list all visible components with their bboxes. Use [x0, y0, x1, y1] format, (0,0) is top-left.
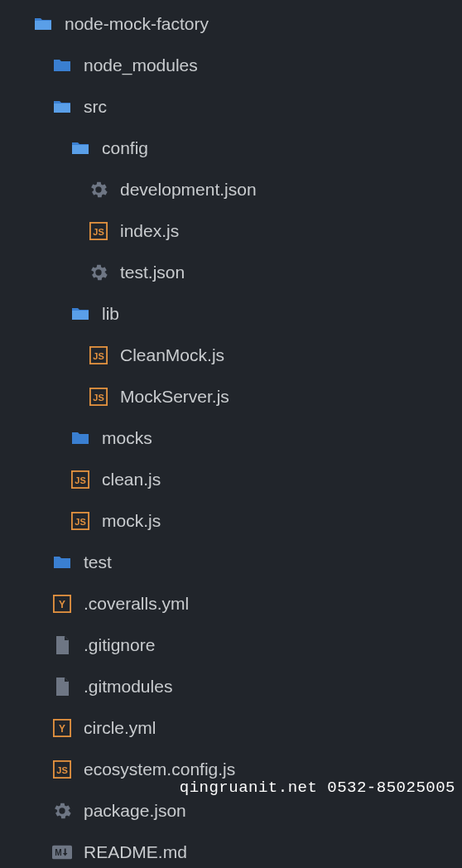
tree-item-label: node-mock-factory [65, 14, 209, 34]
markdown-file-icon: M [52, 842, 72, 862]
tree-item-label: node_modules [84, 55, 198, 75]
tree-item-label: lib [102, 304, 119, 324]
svg-text:JS: JS [93, 393, 103, 403]
tree-item-label: development.json [120, 180, 257, 200]
tree-item[interactable]: JSclean.js [0, 459, 462, 500]
tree-item-label: ecosystem.config.js [84, 760, 235, 779]
folder-closed-icon [70, 428, 90, 448]
svg-text:Y: Y [59, 723, 65, 735]
tree-item[interactable]: node-mock-factory [0, 3, 462, 45]
file-tree: node-mock-factorynode_modulessrcconfigde… [0, 0, 462, 868]
folder-open-icon [70, 138, 90, 158]
tree-item-label: package.json [84, 801, 186, 821]
tree-item-label: test.json [120, 263, 185, 282]
tree-item-label: .coveralls.yml [84, 594, 189, 614]
watermark-text: qingruanit.net 0532-85025005 [180, 779, 455, 797]
tree-item-label: config [102, 138, 148, 158]
svg-text:JS: JS [56, 765, 67, 775]
tree-item[interactable]: node_modules [0, 45, 462, 86]
tree-item-label: mock.js [102, 511, 161, 531]
tree-item-label: .gitmodules [84, 677, 172, 697]
js-file-icon: JS [89, 345, 108, 365]
tree-item-label: index.js [120, 221, 179, 241]
gear-icon [89, 180, 108, 200]
tree-item[interactable]: JSCleanMock.js [0, 335, 462, 376]
js-file-icon: JS [89, 387, 108, 407]
tree-item[interactable]: test.json [0, 252, 462, 293]
tree-item[interactable]: JSindex.js [0, 210, 462, 252]
tree-item[interactable]: lib [0, 293, 462, 335]
tree-item[interactable]: JSMockServer.js [0, 376, 462, 417]
svg-text:M: M [55, 848, 61, 857]
tree-item-label: mocks [102, 428, 152, 448]
folder-closed-icon [52, 55, 72, 75]
js-file-icon: JS [52, 760, 72, 779]
svg-text:JS: JS [93, 227, 103, 237]
tree-item-label: clean.js [102, 470, 161, 489]
tree-item[interactable]: Ycircle.yml [0, 707, 462, 749]
gear-icon [52, 801, 72, 821]
yaml-file-icon: Y [52, 718, 72, 738]
tree-item-label: .gitignore [84, 635, 155, 655]
tree-item[interactable]: config [0, 128, 462, 169]
tree-item[interactable]: .gitmodules [0, 666, 462, 707]
tree-item-label: test [84, 552, 112, 572]
tree-item-label: CleanMock.js [120, 345, 224, 365]
tree-item-label: MockServer.js [120, 387, 229, 407]
tree-item-label: src [84, 97, 107, 117]
tree-item[interactable]: development.json [0, 169, 462, 210]
file-icon [52, 677, 72, 697]
tree-item[interactable]: mocks [0, 417, 462, 459]
tree-item[interactable]: JSmock.js [0, 500, 462, 542]
tree-item[interactable]: .gitignore [0, 624, 462, 666]
tree-item-label: circle.yml [84, 718, 156, 738]
svg-text:JS: JS [75, 475, 85, 485]
js-file-icon: JS [70, 511, 90, 531]
js-file-icon: JS [89, 221, 108, 241]
folder-closed-icon [52, 552, 72, 572]
folder-open-icon [33, 14, 53, 34]
tree-item[interactable]: Y.coveralls.yml [0, 583, 462, 624]
tree-item[interactable]: MREADME.md [0, 832, 462, 868]
svg-text:JS: JS [93, 351, 103, 361]
js-file-icon: JS [70, 470, 90, 489]
svg-text:JS: JS [75, 517, 85, 527]
tree-item[interactable]: test [0, 542, 462, 583]
yaml-file-icon: Y [52, 594, 72, 614]
tree-item[interactable]: src [0, 86, 462, 128]
file-icon [52, 635, 72, 655]
folder-open-icon [52, 97, 72, 117]
folder-open-icon [70, 304, 90, 324]
gear-icon [89, 263, 108, 282]
svg-text:Y: Y [59, 599, 65, 610]
tree-item-label: README.md [84, 842, 187, 862]
